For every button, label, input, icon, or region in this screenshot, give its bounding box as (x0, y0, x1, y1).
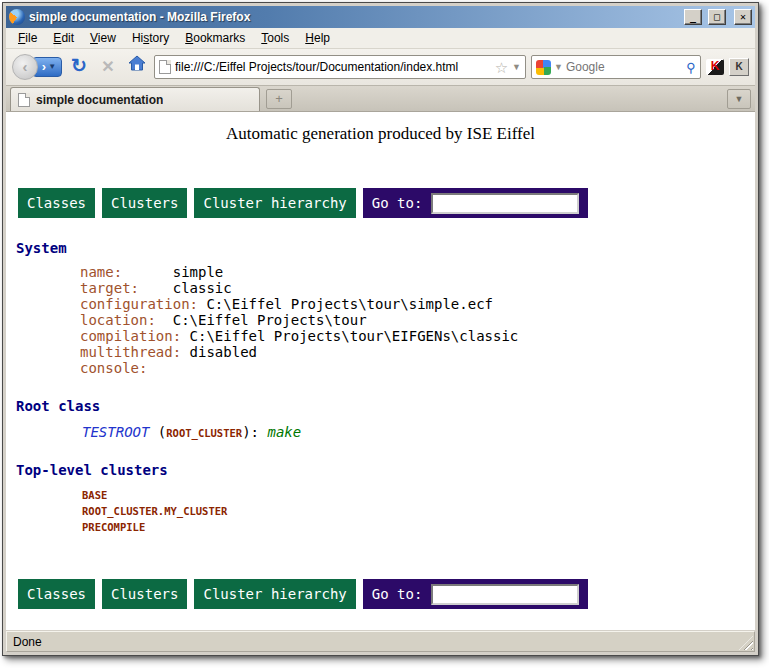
menu-edit[interactable]: Edit (45, 29, 82, 47)
forward-history-caret-icon[interactable]: ▼ (48, 62, 56, 71)
maximize-button[interactable]: □ (708, 9, 726, 25)
cluster-item-precompile[interactable]: PRECOMPILE (82, 519, 755, 535)
menu-history[interactable]: History (124, 29, 177, 47)
menu-file[interactable]: File (10, 29, 45, 47)
system-row-configuration: configuration: C:\Eiffel Projects\tour\s… (80, 296, 755, 312)
system-row-location: location: C:\Eiffel Projects\tour (80, 312, 755, 328)
search-magnifier-icon[interactable]: ⚲ (686, 60, 696, 75)
menu-bar: File Edit View History Bookmarks Tools H… (6, 28, 755, 49)
virtual-keyboard-button[interactable]: K (729, 58, 749, 76)
system-properties: name: simple target: classic configurati… (80, 264, 755, 376)
new-tab-button[interactable]: + (266, 89, 292, 109)
system-row-multithread: multithread: disabled (80, 344, 755, 360)
classes-button[interactable]: Classes (18, 188, 95, 218)
cluster-item-root-cluster-my-cluster[interactable]: ROOT_CLUSTER.MY_CLUSTER (82, 503, 755, 519)
url-dropdown-icon[interactable]: ▼ (512, 62, 521, 72)
home-button[interactable] (125, 55, 149, 79)
page-title: Automatic generation produced by ISE Eif… (6, 124, 755, 144)
firefox-icon (9, 9, 25, 25)
window-title: simple documentation - Mozilla Firefox (29, 10, 680, 24)
nav-button-row-bottom: Classes Clusters Cluster hierarchy Go to… (18, 579, 755, 609)
creator-link[interactable]: make (267, 424, 301, 440)
kaspersky-icon[interactable]: K (706, 59, 724, 75)
title-bar[interactable]: simple documentation - Mozilla Firefox _… (6, 6, 755, 28)
home-icon (128, 55, 146, 71)
system-row-compilation: compilation: C:\Eiffel Projects\tour\EIF… (80, 328, 755, 344)
root-class-link[interactable]: TESTROOT (82, 424, 149, 440)
clusters-button-bottom[interactable]: Clusters (102, 579, 187, 609)
root-cluster-link[interactable]: ROOT_CLUSTER (166, 427, 242, 439)
bookmark-star-icon[interactable]: ☆ (495, 60, 508, 75)
root-class-heading: Root class (16, 398, 755, 414)
cluster-list: BASE ROOT_CLUSTER.MY_CLUSTER PRECOMPILE (82, 487, 755, 535)
clusters-button[interactable]: Clusters (102, 188, 187, 218)
goto-label: Go to: (372, 195, 423, 211)
search-box[interactable]: ▼ ⚲ (531, 55, 701, 79)
tab-simple-documentation[interactable]: simple documentation (10, 87, 260, 111)
goto-input-bottom[interactable] (431, 584, 579, 605)
cluster-item-base[interactable]: BASE (82, 487, 755, 503)
top-level-clusters-heading: Top-level clusters (16, 462, 755, 478)
cluster-hierarchy-button-bottom[interactable]: Cluster hierarchy (194, 579, 355, 609)
goto-box: Go to: (363, 188, 589, 218)
url-bar[interactable]: ☆ ▼ (154, 55, 526, 79)
reload-button[interactable]: ↻ (67, 55, 91, 79)
menu-help[interactable]: Help (297, 29, 338, 47)
tab-list-dropdown-button[interactable]: ▼ (727, 89, 751, 109)
tab-bar: simple documentation + ▼ (6, 86, 755, 112)
minimize-button[interactable]: _ (684, 9, 702, 25)
status-text: Done (13, 635, 42, 649)
search-engine-dropdown-icon[interactable]: ▼ (554, 62, 563, 72)
status-bar: Done (6, 631, 755, 652)
nav-button-row-top: Classes Clusters Cluster hierarchy Go to… (18, 188, 755, 218)
menu-tools[interactable]: Tools (253, 29, 297, 47)
tab-page-icon (18, 93, 30, 107)
menu-bookmarks[interactable]: Bookmarks (177, 29, 253, 47)
system-row-name: name: simple (80, 264, 755, 280)
url-input[interactable] (175, 60, 491, 74)
root-class-line: TESTROOT (ROOT_CLUSTER): make (82, 424, 755, 440)
goto-label-bottom: Go to: (372, 586, 423, 602)
system-row-target: target: classic (80, 280, 755, 296)
stop-button[interactable]: ✕ (96, 55, 120, 79)
goto-input[interactable] (431, 193, 579, 214)
classes-button-bottom[interactable]: Classes (18, 579, 95, 609)
navigation-toolbar: ‹ ›▼ ↻ ✕ ☆ ▼ ▼ ⚲ K K (6, 49, 755, 86)
google-logo-icon (536, 60, 551, 75)
menu-view[interactable]: View (82, 29, 124, 47)
system-heading: System (16, 240, 755, 256)
system-row-console: console: (80, 360, 755, 376)
page-content: Automatic generation produced by ISE Eif… (6, 112, 755, 630)
resize-grip[interactable] (739, 636, 753, 650)
page-icon (159, 60, 171, 74)
browser-window: simple documentation - Mozilla Firefox _… (2, 2, 759, 656)
tab-label: simple documentation (36, 93, 163, 107)
close-button[interactable]: ✕ (734, 9, 752, 25)
search-input[interactable] (566, 60, 684, 74)
back-button[interactable]: ‹ (12, 54, 38, 80)
goto-box-bottom: Go to: (363, 579, 589, 609)
cluster-hierarchy-button[interactable]: Cluster hierarchy (194, 188, 355, 218)
